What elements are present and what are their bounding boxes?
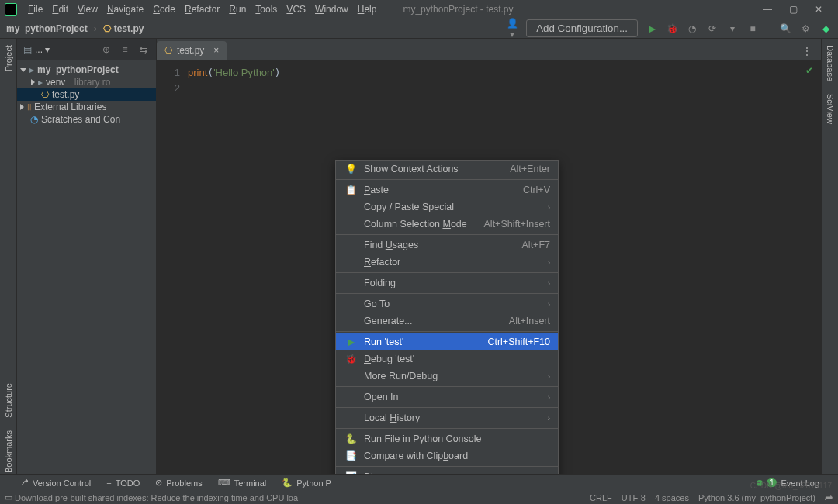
tree-external-libs[interactable]: ⫴External Libraries bbox=[17, 101, 156, 113]
menu-view[interactable]: View bbox=[73, 4, 102, 15]
navigation-bar: my_pythonProject › ⎔ test.py 👤▾ Add Conf… bbox=[0, 19, 838, 39]
menu-edit[interactable]: Edit bbox=[47, 4, 73, 15]
bottom-tool-bar: ⎇ Version Control ≡ TODO ⊘ Problems ⌨ Te… bbox=[0, 474, 838, 491]
debug-icon[interactable]: 🐞 bbox=[666, 23, 678, 34]
python-file-icon: ⎔ bbox=[164, 45, 172, 56]
close-tab-icon[interactable]: × bbox=[213, 45, 219, 56]
minimize-button[interactable]: — bbox=[763, 4, 772, 15]
menu-tools[interactable]: Tools bbox=[251, 4, 282, 15]
maximize-button[interactable]: ▢ bbox=[789, 4, 798, 15]
interpreter-cell[interactable]: Python 3.6 (my_pythonProject) bbox=[698, 493, 815, 502]
context-run-test[interactable]: ▶Run 'test'Ctrl+Shift+F10 bbox=[336, 333, 558, 350]
context-generate[interactable]: Generate...Alt+Insert bbox=[336, 312, 558, 330]
user-icon[interactable]: 👤▾ bbox=[506, 18, 518, 40]
tree-scratches[interactable]: ◔Scratches and Con bbox=[17, 113, 156, 126]
tree-file-test[interactable]: ⎔test.py bbox=[17, 88, 156, 101]
menu-code[interactable]: Code bbox=[148, 4, 180, 15]
gutter: 1 2 bbox=[157, 60, 188, 479]
add-configuration-button[interactable]: Add Configuration... bbox=[526, 19, 638, 37]
lock-cell[interactable]: ⮫ bbox=[825, 493, 833, 502]
attach-icon[interactable]: ▾ bbox=[726, 23, 739, 34]
menu-file[interactable]: File bbox=[23, 4, 47, 15]
context-paste[interactable]: 📋PasteCtrl+V bbox=[336, 181, 558, 198]
context-open-in[interactable]: Open In› bbox=[336, 388, 558, 406]
menu-help[interactable]: Help bbox=[353, 4, 382, 15]
python-file-icon: ⎔ bbox=[103, 23, 111, 34]
breadcrumb-project[interactable]: my_pythonProject bbox=[6, 23, 88, 34]
context-debug-test[interactable]: 🐞Debug 'test' bbox=[336, 350, 558, 368]
project-tool-window: ▤ ... ▾ ⊕ ≡ ⇆ ▸my_pythonProject ▸venv li… bbox=[17, 39, 157, 479]
project-tool-tab[interactable]: Project bbox=[2, 39, 15, 78]
python-packages-tab[interactable]: 🐍 Python P bbox=[282, 478, 331, 488]
context-refactor[interactable]: Refactor› bbox=[336, 254, 558, 271]
collapse-icon[interactable]: ⇆ bbox=[137, 44, 150, 55]
ide-actions-icon[interactable]: ◆ bbox=[819, 23, 832, 34]
stop-icon[interactable]: ■ bbox=[746, 23, 759, 34]
menu-refactor[interactable]: Refactor bbox=[180, 4, 224, 15]
context-run-file-in-python-console[interactable]: 🐍Run File in Python Console bbox=[336, 430, 558, 447]
status-bar: ▭ Download pre-built shared indexes: Red… bbox=[0, 491, 838, 504]
terminal-tab[interactable]: ⌨ Terminal bbox=[218, 478, 267, 488]
watermark: CSDN @mo_62819117 bbox=[750, 482, 832, 490]
editor-tab-test[interactable]: ⎔ test.py × bbox=[157, 41, 227, 60]
problems-tab[interactable]: ⊘ Problems bbox=[155, 478, 202, 488]
menu-bar: FileEditViewNavigateCodeRefactorRunTools… bbox=[0, 0, 838, 19]
coverage-icon[interactable]: ◔ bbox=[686, 23, 698, 34]
context-menu: 💡Show Context ActionsAlt+Enter📋PasteCtrl… bbox=[335, 160, 559, 503]
tree-venv[interactable]: ▸venv library ro bbox=[17, 76, 156, 88]
menu-run[interactable]: Run bbox=[224, 4, 251, 15]
status-message: Download pre-built shared indexes: Reduc… bbox=[15, 493, 590, 502]
menu-navigate[interactable]: Navigate bbox=[102, 4, 148, 15]
inspection-ok-icon[interactable]: ✔ bbox=[805, 65, 813, 76]
left-tool-strip: Project Structure Bookmarks bbox=[0, 39, 17, 479]
context-folding[interactable]: Folding› bbox=[336, 274, 558, 292]
menu-vcs[interactable]: VCS bbox=[282, 4, 310, 15]
search-icon[interactable]: 🔍 bbox=[779, 23, 791, 34]
expand-icon[interactable]: ≡ bbox=[119, 44, 131, 55]
structure-tool-tab[interactable]: Structure bbox=[2, 377, 15, 424]
context-copy-paste-special[interactable]: Copy / Paste Special› bbox=[336, 198, 558, 216]
context-find-usages[interactable]: Find UsagesAlt+F7 bbox=[336, 236, 558, 254]
context-local-history[interactable]: Local History› bbox=[336, 409, 558, 426]
encoding-cell[interactable]: UTF-8 bbox=[622, 493, 646, 502]
breadcrumb-file[interactable]: test.py bbox=[114, 23, 144, 34]
context-show-context-actions[interactable]: 💡Show Context ActionsAlt+Enter bbox=[336, 161, 558, 178]
run-icon[interactable]: ▶ bbox=[646, 23, 658, 34]
window-title: my_pythonProject - test.py bbox=[381, 4, 763, 15]
context-column-selection-mode[interactable]: Column Selection ModeAlt+Shift+Insert bbox=[336, 216, 558, 233]
database-tool-tab[interactable]: Database bbox=[824, 39, 836, 88]
tabs-more-icon[interactable]: ⋮ bbox=[795, 43, 821, 60]
locate-icon[interactable]: ⊕ bbox=[100, 44, 113, 55]
todo-tab[interactable]: ≡ TODO bbox=[106, 478, 140, 488]
app-icon bbox=[5, 3, 17, 16]
editor-tabs: ⎔ test.py × ⋮ bbox=[157, 39, 821, 60]
menu-window[interactable]: Window bbox=[310, 4, 353, 15]
context-compare-with-clipboard[interactable]: 📑Compare with Clipboard bbox=[336, 447, 558, 464]
line-separator-cell[interactable]: CRLF bbox=[590, 493, 612, 502]
indent-cell[interactable]: 4 spaces bbox=[655, 493, 689, 502]
context-go-to[interactable]: Go To› bbox=[336, 295, 558, 312]
bookmarks-tool-tab[interactable]: Bookmarks bbox=[2, 424, 15, 479]
context-more-run-debug[interactable]: More Run/Debug› bbox=[336, 368, 558, 385]
right-tool-strip: Database SciView bbox=[821, 39, 838, 479]
close-button[interactable]: ✕ bbox=[815, 4, 822, 15]
settings-icon[interactable]: ⚙ bbox=[799, 23, 812, 34]
tree-project-root[interactable]: ▸my_pythonProject bbox=[17, 64, 156, 76]
project-view-select[interactable]: ▤ ... ▾ bbox=[23, 44, 50, 55]
sciview-tool-tab[interactable]: SciView bbox=[824, 88, 836, 130]
profiler-icon[interactable]: ⟳ bbox=[706, 23, 719, 34]
status-icon[interactable]: ▭ bbox=[5, 492, 12, 502]
version-control-tab[interactable]: ⎇ Version Control bbox=[19, 478, 91, 488]
